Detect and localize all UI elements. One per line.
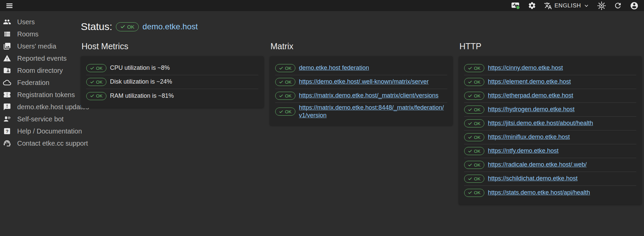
panel-title: Matrix	[270, 41, 453, 51]
check-link[interactable]: https:/​/​element.demo.etke.host	[488, 78, 571, 86]
ok-badge: OK	[86, 92, 106, 100]
check-link[interactable]: https:/​/​cinny.demo.etke.host	[488, 64, 563, 72]
main-content: Status: OK demo.etke.host Host Metrics O…	[81, 11, 644, 236]
check-icon	[468, 94, 472, 98]
people-icon	[3, 18, 11, 26]
theme-brightness-icon[interactable]	[597, 1, 606, 10]
panel-title: Host Metrics	[82, 41, 264, 51]
ok-badge-label: OK	[96, 80, 103, 85]
ok-badge: OK	[275, 64, 295, 72]
ok-badge-label: OK	[474, 93, 481, 98]
check-link-row: OK https:/​/​matrix.demo.etke.host:8448/…	[275, 103, 447, 120]
page-title: Status:	[81, 21, 112, 32]
check-link[interactable]: https:/​/​matrix.demo.etke.host:8448/​_m…	[299, 104, 447, 119]
refresh-icon[interactable]	[614, 1, 622, 10]
sidebar-item-updates[interactable]: demo.etke.host updates	[0, 101, 81, 113]
status-heading: Status: OK demo.etke.host	[81, 21, 644, 32]
sidebar-item-federation[interactable]: Federation	[0, 77, 81, 89]
ok-badge: OK	[464, 92, 484, 100]
check-link[interactable]: https:/​/​etherpad.demo.etke.host	[488, 92, 573, 99]
sidebar-item-users-media[interactable]: Users' media	[0, 40, 81, 52]
check-link[interactable]: https:/​/​hydrogen.demo.etke.host	[488, 106, 575, 113]
check-icon	[90, 94, 94, 98]
check-link[interactable]: https:/​/​demo.etke.host/​.well-known/​m…	[299, 78, 429, 86]
check-link[interactable]: https:/​/​stats.demo.etke.host/​api/​hea…	[488, 189, 590, 197]
ok-badge-label: OK	[474, 121, 481, 126]
ok-badge: OK	[464, 78, 484, 86]
check-icon	[279, 110, 283, 114]
ok-badge: OK	[464, 175, 484, 183]
check-icon	[468, 108, 472, 112]
check-icon	[90, 66, 94, 70]
sidebar-item-users[interactable]: Users	[0, 16, 81, 28]
ok-badge-label: OK	[285, 80, 292, 85]
check-link[interactable]: https:/​/​schildichat.demo.etke.host	[488, 175, 578, 182]
check-link-row: OK https:/​/​jitsi.demo.etke.host/​about…	[464, 117, 636, 130]
check-icon	[468, 66, 472, 70]
ok-badge: OK	[464, 119, 484, 127]
check-icon	[468, 135, 472, 140]
check-link[interactable]: https:/​/​radicale.demo.etke.host/​.web/	[488, 161, 587, 169]
panel-matrix: Matrix OK demo.etke.host federation OK h…	[270, 41, 453, 125]
sidebar-item-registration-tokens[interactable]: Registration tokens	[0, 89, 81, 101]
check-icon	[279, 66, 283, 70]
check-icon	[468, 121, 472, 126]
svg-text:?: ?	[6, 129, 8, 134]
language-selector[interactable]: ENGLISH	[544, 2, 589, 10]
check-link-row: OK https:/​/​etherpad.demo.etke.host	[464, 89, 636, 103]
sidebar-item-help-documentation[interactable]: ? Help / Documentation	[0, 125, 81, 137]
check-link[interactable]: https:/​/​miniflux.demo.etke.host	[488, 133, 570, 141]
topbar: ENGLISH	[0, 0, 644, 11]
menu-icon[interactable]	[5, 2, 13, 10]
photo-library-icon	[3, 42, 11, 50]
ticket-icon	[3, 91, 11, 99]
check-icon	[468, 163, 472, 167]
sidebar-item-reported-events[interactable]: Reported events	[0, 52, 81, 64]
help-icon: ?	[3, 127, 11, 135]
warning-icon	[3, 54, 11, 62]
ok-badge-label: OK	[127, 24, 134, 30]
sidebar-item-label: Reported events	[17, 55, 67, 62]
green-status-dot	[516, 6, 520, 9]
sidebar-item-label: Contact etke.cc support	[17, 140, 88, 147]
check-link-row: OK https:/​/​stats.demo.etke.host/​api/​…	[464, 186, 636, 200]
topbar-actions: ENGLISH	[511, 1, 639, 10]
check-link[interactable]: demo.etke.host federation	[299, 64, 369, 72]
check-icon	[468, 190, 472, 195]
support-agent-icon	[3, 139, 11, 147]
check-icon	[279, 80, 283, 84]
sidebar-item-rooms[interactable]: Rooms	[0, 28, 81, 40]
ok-badge-label: OK	[474, 66, 481, 71]
sidebar-item-room-directory[interactable]: Room directory	[0, 64, 81, 77]
metric-row: OK CPU utilization is ~8%	[86, 61, 258, 75]
metric-row: OK Disk utilization is ~24%	[86, 75, 258, 89]
sidebar-item-label: demo.etke.host updates	[17, 103, 89, 111]
folder-shared-icon	[3, 66, 11, 75]
panel-http: HTTP OK https:/​/​cinny.demo.etke.host O…	[459, 41, 642, 205]
ok-badge: OK	[86, 64, 106, 72]
check-link[interactable]: https:/​/​matrix.demo.etke.host/​_matrix…	[299, 92, 439, 99]
monitoring-status-icon[interactable]	[511, 1, 520, 10]
language-label: ENGLISH	[554, 2, 581, 9]
check-link-row: OK https:/​/​ntfy.demo.etke.host	[464, 144, 636, 158]
http-card: OK https:/​/​cinny.demo.etke.host OK htt…	[459, 56, 642, 205]
panel-title: HTTP	[459, 41, 642, 51]
ok-badge: OK	[464, 189, 484, 197]
settings-gear-icon[interactable]	[528, 1, 536, 10]
ok-badge-label: OK	[474, 80, 481, 85]
panel-host-metrics: Host Metrics OK CPU utilization is ~8% O…	[81, 41, 264, 108]
sidebar-item-self-service-bot[interactable]: Self-service bot	[0, 113, 81, 125]
account-circle-icon[interactable]	[630, 1, 639, 10]
check-link-row: OK https:/​/​hydrogen.demo.etke.host	[464, 103, 636, 117]
status-host-link[interactable]: demo.etke.host	[142, 22, 198, 31]
cloud-icon	[3, 79, 11, 87]
check-icon	[468, 177, 472, 181]
check-link[interactable]: https:/​/​ntfy.demo.etke.host	[488, 147, 559, 155]
check-link[interactable]: https:/​/​jitsi.demo.etke.host/​about/​h…	[488, 119, 593, 127]
sidebar-item-contact-support[interactable]: Contact etke.cc support	[0, 137, 81, 149]
check-link-row: OK https:/​/​schildichat.demo.etke.host	[464, 172, 636, 186]
metric-text: RAM utilization is ~81%	[110, 92, 174, 100]
sidebar: Users Rooms Users' media Reported events…	[0, 11, 81, 236]
sidebar-item-label: Registration tokens	[17, 91, 75, 99]
ok-badge-label: OK	[285, 109, 292, 114]
